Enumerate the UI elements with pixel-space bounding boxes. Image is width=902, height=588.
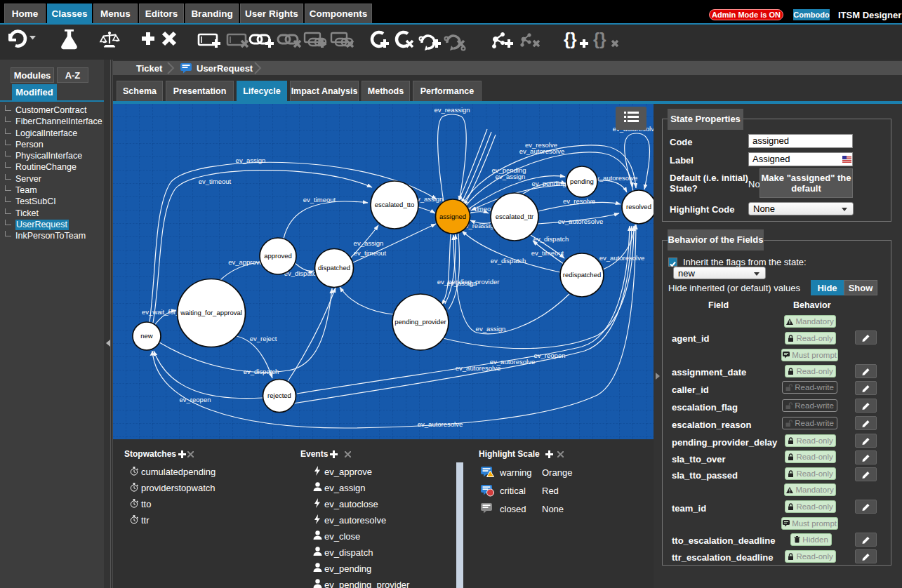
svg-text:escalated_ttr: escalated_ttr [496,213,533,220]
svg-text:ev_assign: ev_assign [496,173,526,180]
svg-text:dispatched: dispatched [318,264,350,272]
svg-text:rejected: rejected [267,392,291,399]
svg-text:ev_timeout: ev_timeout [303,196,336,203]
svg-text:assigned: assigned [439,213,466,220]
svg-text:ev_assign: ev_assign [236,156,266,164]
svg-text:ev_autoresolve: ev_autoresolve [519,147,564,155]
svg-text:ev_autoresolve: ev_autoresolve [592,174,637,182]
svg-text:new: new [140,332,153,340]
svg-text:ev_approve: ev_approve [228,258,263,266]
svg-text:ev_reopen: ev_reopen [180,396,211,403]
svg-text:ev_timeout: ev_timeout [354,249,387,257]
svg-text:ev_autoresolve: ev_autoresolve [558,218,603,225]
svg-text:ev_dispatch: ev_dispatch [491,257,526,265]
svg-text:ev_resolve: ev_resolve [563,197,595,205]
svg-text:waiting_for_approval: waiting_for_approval [180,309,242,316]
svg-text:ev_reject: ev_reject [250,335,277,342]
svg-text:ev_autoresolve: ev_autoresolve [418,420,463,428]
svg-text:ev_timeout: ev_timeout [531,249,564,257]
svg-text:resolved: resolved [626,203,651,211]
svg-text:ev_autoresolve: ev_autoresolve [599,254,644,262]
svg-text:ev_assign: ev_assign [447,279,477,287]
svg-text:redispatched: redispatched [563,271,601,279]
svg-text:approved: approved [264,252,292,260]
svg-text:ev_assign: ev_assign [354,239,384,247]
svg-text:ev_reassign: ev_reassign [434,106,470,114]
svg-text:ev_reopen: ev_reopen [534,352,566,359]
svg-text:pending: pending [570,178,594,185]
svg-text:escalated_tto: escalated_tto [375,201,415,208]
svg-text:{}: {} [593,29,606,48]
svg-text:pending_provider: pending_provider [394,318,446,326]
svg-text:ev_dispatch: ev_dispatch [533,235,569,243]
svg-text:ev_assign: ev_assign [476,325,506,333]
svg-text:ev_autoresolve: ev_autoresolve [456,364,500,372]
svg-text:ev_dispatch: ev_dispatch [244,368,279,375]
svg-text:{}: {} [564,29,577,48]
svg-text:ev_pending: ev_pending [531,180,566,187]
svg-text:ev_timeout: ev_timeout [199,178,232,185]
